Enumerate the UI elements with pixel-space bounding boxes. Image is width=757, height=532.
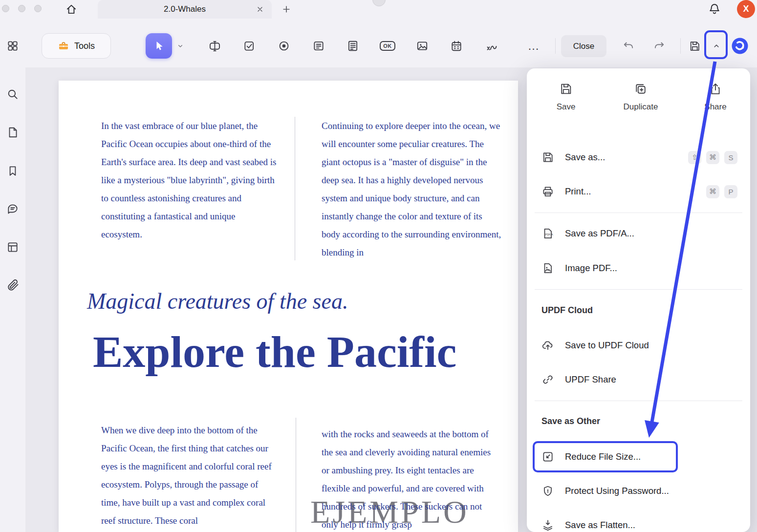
page-thumbnails-icon — [6, 126, 19, 139]
sidebar-bookmarks-button[interactable] — [3, 161, 22, 181]
window-minimize-button[interactable] — [18, 5, 25, 12]
document-tab[interactable]: 2.0-Whales — [98, 0, 272, 19]
menu-save-button[interactable]: Save — [539, 82, 593, 112]
close-document-button[interactable]: Close — [561, 35, 606, 57]
menu-share-label: Share — [704, 102, 726, 112]
more-icon: … — [528, 43, 540, 48]
key-s: S — [724, 151, 737, 164]
stamp-tool-button[interactable]: OK — [377, 35, 398, 57]
updf-logo-icon — [731, 37, 749, 55]
menu-save-as-pdfa-item[interactable]: PDF/A Save as PDF/A... — [534, 216, 743, 251]
calendar-tool-button[interactable] — [446, 35, 467, 57]
menu-section-other: Save as Other — [541, 416, 600, 426]
save-as-icon — [541, 151, 554, 164]
apps-grid-button[interactable] — [2, 35, 23, 57]
attachments-icon — [6, 278, 20, 292]
tools-label: Tools — [74, 41, 95, 51]
menu-item-label: Save to UPDF Cloud — [565, 340, 649, 351]
menu-save-as-flatten-item[interactable]: Save as Flatten... — [534, 508, 743, 532]
left-sidebar — [0, 67, 25, 532]
camera-notch — [372, 0, 386, 6]
menu-divider — [535, 213, 742, 213]
window-close-button[interactable] — [2, 5, 9, 12]
paragraph-bottom-left: When we dive deep into the bottom of the… — [101, 421, 277, 530]
tab-close-button[interactable] — [254, 3, 266, 15]
menu-reduce-file-size-item[interactable]: Reduce File Size... — [534, 440, 743, 474]
menu-image-pdf-item[interactable]: Image PDF... — [534, 251, 743, 285]
window-zoom-button[interactable] — [34, 5, 42, 12]
image-tool-button[interactable] — [411, 35, 433, 57]
document-subtitle: Magical creatures of the sea. — [87, 288, 348, 314]
pdf-page[interactable]: EJEMPLO In the vast embrace of our blue … — [59, 81, 518, 532]
tools-button[interactable]: Tools — [42, 33, 111, 59]
column-divider — [296, 418, 296, 532]
paragraph-top-left: In the vast embrace of our blue planet, … — [101, 117, 277, 243]
updf-logo[interactable] — [731, 37, 749, 55]
account-avatar[interactable]: X — [737, 0, 755, 18]
save-options-button[interactable] — [708, 35, 725, 57]
sidebar-organize-pages-button[interactable] — [3, 237, 22, 257]
protect-password-icon — [541, 485, 554, 497]
bookmarks-icon — [6, 165, 19, 177]
redo-icon — [653, 40, 666, 52]
undo-icon — [622, 40, 635, 52]
note-tool-button[interactable] — [308, 35, 329, 57]
flatten-icon — [541, 519, 554, 532]
edit-text-tool-button[interactable] — [204, 35, 225, 57]
key-command: ⌘ — [706, 185, 719, 198]
menu-item-label: Reduce File Size... — [565, 451, 641, 462]
pointer-icon — [153, 40, 165, 52]
ok-stamp-icon: OK — [380, 41, 395, 51]
menu-print-item[interactable]: Print... ⌘ P — [534, 174, 743, 209]
edit-text-icon — [208, 40, 221, 53]
save-button[interactable] — [684, 35, 705, 57]
menu-share-button[interactable]: Share — [689, 82, 742, 112]
redo-button[interactable] — [649, 35, 670, 57]
menu-item-label: Image PDF... — [565, 263, 617, 274]
checkbox-icon — [243, 40, 256, 52]
checkbox-tool-button[interactable] — [238, 35, 260, 57]
undo-button[interactable] — [618, 35, 639, 57]
radio-button-icon — [278, 40, 290, 52]
radio-tool-button[interactable] — [273, 35, 295, 57]
select-tool-button[interactable] — [146, 33, 172, 59]
menu-save-as-item[interactable]: Save as... ⇧ ⌘ S — [534, 140, 743, 174]
menu-duplicate-button[interactable]: Duplicate — [614, 82, 668, 112]
image-icon — [416, 40, 429, 52]
home-button[interactable] — [64, 1, 79, 17]
toolbox-icon — [58, 40, 69, 52]
save-options-menu: Save Duplicate Share Save as... ⇧ ⌘ S Pr… — [527, 68, 750, 532]
menu-item-label: Print... — [565, 186, 591, 197]
share-icon — [709, 82, 722, 96]
calendar-icon — [450, 40, 463, 52]
cloud-upload-icon — [541, 339, 554, 352]
svg-text:PDF/A: PDF/A — [545, 233, 553, 236]
bell-icon — [708, 2, 721, 16]
page-layout-tool-button[interactable] — [342, 35, 364, 57]
paragraph-bottom-right: with the rocks and seaweeds at the botto… — [322, 425, 498, 532]
menu-item-label: Save as Flatten... — [565, 520, 635, 531]
link-icon — [541, 373, 554, 386]
window-controls — [2, 5, 42, 12]
new-tab-button[interactable] — [279, 2, 294, 17]
menu-item-label: UPDF Share — [565, 374, 616, 385]
key-shift: ⇧ — [688, 151, 701, 164]
shortcut-keys: ⇧ ⌘ S — [688, 151, 737, 164]
chevron-up-icon — [712, 42, 721, 50]
sidebar-search-button[interactable] — [3, 85, 22, 104]
notifications-button[interactable] — [706, 0, 723, 17]
shortcut-keys: ⌘ P — [706, 185, 737, 198]
menu-protect-password-item[interactable]: Protect Using Password... — [534, 474, 743, 508]
sidebar-thumbnails-button[interactable] — [3, 123, 22, 142]
menu-divider — [535, 289, 742, 290]
menu-updf-share-item[interactable]: UPDF Share — [534, 362, 743, 397]
select-tool-dropdown[interactable] — [174, 35, 187, 57]
paragraph-top-right: Continuing to explore deeper into the oc… — [322, 117, 501, 261]
menu-duplicate-label: Duplicate — [624, 102, 658, 112]
signature-tool-button[interactable] — [481, 35, 502, 57]
save-icon — [559, 82, 573, 96]
menu-save-to-cloud-item[interactable]: Save to UPDF Cloud — [534, 328, 743, 362]
sidebar-attachments-button[interactable] — [3, 275, 22, 295]
sidebar-comments-button[interactable] — [3, 199, 22, 219]
more-tools-button[interactable]: … — [523, 35, 544, 57]
